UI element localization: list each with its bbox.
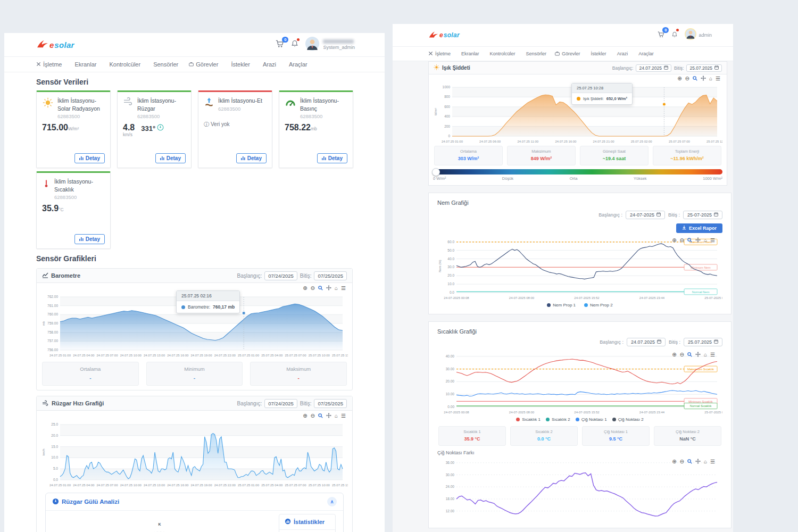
brand-logo[interactable]: esolar [428,30,460,40]
notification-dot [676,29,679,31]
menu-icon[interactable]: ☰ [710,238,715,243]
end-date-input[interactable]: 07/25/2025 [314,271,347,280]
zoom-in-icon[interactable]: ⊕ [677,76,681,81]
menu-icon[interactable]: ☰ [341,413,346,419]
nav-item[interactable]: Ekranlar [459,51,479,56]
legend-item[interactable]: Sıcaklık 2 [546,417,570,422]
legend-item[interactable]: Çiğ Noktası 2 [612,417,644,422]
zoom-out-icon[interactable]: ⊖ [311,413,315,419]
nav-item[interactable]: Arazi [615,51,628,56]
nav-item[interactable]: Kontrolcüler [107,61,140,68]
home-icon[interactable]: ⌂ [335,286,338,291]
start-date-input[interactable]: 07/24/2025 [264,399,297,408]
zoom-out-icon[interactable]: ⊖ [680,459,684,464]
home-icon[interactable]: ⌂ [704,459,707,464]
collapse-chevron-icon[interactable]: ∧ [327,497,337,506]
notifications-button[interactable] [672,30,677,40]
wind-rose-chart[interactable]: 15%12%9%KKKDKDKKBKB [53,514,266,532]
detail-button[interactable]: Detay [74,153,105,163]
svg-text:25.07.25 02:00: 25.07.25 02:00 [631,140,653,143]
wind-speed-chart[interactable]: 25.020.015.010.05.00.024.07.25 01:0024.0… [41,420,348,488]
nav-item[interactable]: Ekranlar [72,61,96,68]
nav-item[interactable]: Arazi [261,61,276,68]
zoom-in-icon[interactable]: ⊕ [303,286,307,291]
pan-icon[interactable] [695,459,701,465]
home-icon[interactable]: ⌂ [335,413,338,419]
humidity-chart[interactable]: 60.050.040.030.020.010.00.0Maksimum NemM… [437,235,722,301]
detail-button[interactable]: Detay [74,234,105,244]
svg-text:0: 0 [448,134,450,138]
legend-item[interactable]: Sıcaklık 1 [516,417,541,422]
menu-icon[interactable]: ☰ [710,459,715,464]
brand-logo[interactable]: esolar [36,39,74,51]
menu-icon[interactable]: ☰ [710,352,715,358]
selection-zoom-icon[interactable] [693,76,697,82]
svg-text:20.00: 20.00 [446,379,455,383]
nav-item[interactable]: Araçlar [287,61,307,68]
end-date-input[interactable]: 07/25/2025 [314,399,347,408]
detail-button[interactable]: Detay [317,153,347,163]
zoom-in-icon[interactable]: ⊕ [672,459,676,464]
pan-icon[interactable] [326,285,331,292]
nav-item[interactable]: Araçlar [636,51,654,56]
selection-zoom-icon[interactable] [687,459,692,465]
user-menu[interactable]: System_admin [305,37,355,53]
nav-item[interactable]: İşletme [36,61,62,68]
nav-item[interactable]: İstekler [229,61,250,68]
start-date-input[interactable]: 24.07.2025 [627,338,666,346]
legend-item[interactable]: Çiğ Noktası 1 [576,417,607,422]
zoom-in-icon[interactable]: ⊕ [672,238,676,243]
light-stats: Ortalama 303 W/m² Maksimum 849 W/m² Güne… [433,146,722,165]
selection-zoom-icon[interactable] [687,238,692,244]
start-date-input[interactable]: 24-07-2025 [626,211,665,219]
pan-icon[interactable] [695,352,701,358]
zoom-out-icon[interactable]: ⊖ [311,286,315,291]
pan-icon[interactable] [701,76,706,82]
nav-item[interactable]: İstekler [589,51,606,56]
home-icon[interactable]: ⌂ [709,76,712,81]
selection-zoom-icon[interactable] [318,413,323,419]
scale-knob[interactable] [432,168,440,176]
zoom-in-icon[interactable]: ⊕ [672,352,676,358]
sensor-serial: 62883500 [300,113,347,119]
legend-item[interactable]: Nem Prop 2 [584,303,613,307]
pan-icon[interactable] [695,237,701,244]
zoom-out-icon[interactable]: ⊖ [680,238,684,243]
menu-icon[interactable]: ☰ [716,76,720,81]
dew-point-diff-chart[interactable]: 36.0030.0024.0018.0012.00 [437,456,722,521]
start-date-input[interactable]: 24.07.2025 [636,64,671,72]
stat-box: Çiğ Noktası 2 NaN °C [654,426,721,446]
menu-icon[interactable]: ☰ [341,286,346,291]
excel-report-button[interactable]: Excel Rapor [676,223,722,233]
nav-item[interactable]: İşletme [428,51,451,57]
user-menu[interactable]: admin [685,28,712,42]
nav-item[interactable]: Sensörler [524,51,547,56]
nav-item[interactable]: Sensörler [151,61,178,68]
legend-item[interactable]: Nem Prop 1 [547,303,576,307]
detail-button[interactable]: Detay [236,153,267,163]
detail-button[interactable]: Detay [155,153,186,163]
home-icon[interactable]: ⌂ [704,352,707,358]
end-date-input[interactable]: 25.07.2025 [686,64,722,72]
tools-icon [36,61,41,68]
svg-text:25.07.25 04:00: 25.07.25 04:00 [261,484,283,487]
end-date-input[interactable]: 25-07-2025 [683,211,722,219]
cart-button[interactable]: 0 [658,30,664,40]
end-date-input[interactable]: 25.07.2025 [684,338,722,346]
cart-button[interactable]: 0 [276,40,284,50]
zoom-out-icon[interactable]: ⊖ [680,352,684,358]
nav-item[interactable]: Kontrolcüler [488,51,516,56]
selection-zoom-icon[interactable] [318,286,323,292]
start-date-input[interactable]: 07/24/2025 [264,271,297,280]
home-icon[interactable]: ⌂ [704,238,707,243]
nav-item[interactable]: Görevler [555,51,580,57]
temperature-chart[interactable]: 40.0030.0020.0010.000.00Maksimum Sıcaklı… [437,350,722,415]
light-intensity-panel: Işık Şiddeti Başlangıç: 24.07.2025 Bitiş… [428,61,727,186]
selection-zoom-icon[interactable] [687,352,692,358]
zoom-in-icon[interactable]: ⊕ [303,413,307,419]
zoom-out-icon[interactable]: ⊖ [685,76,689,81]
notifications-button[interactable] [292,40,298,49]
nav-item[interactable]: Görevler [189,61,218,68]
pan-icon[interactable] [326,413,331,419]
sensor-value: 715.00W/m² [42,123,79,132]
